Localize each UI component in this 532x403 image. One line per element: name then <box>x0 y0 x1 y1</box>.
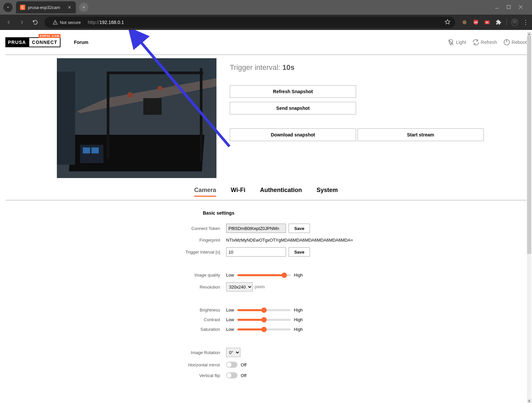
brightness-label: Brightness <box>123 307 226 312</box>
connect-token-save-button[interactable]: Save <box>289 224 310 233</box>
settings-panel: Basic settings Connect Token Save Finger… <box>123 210 409 378</box>
image-rotation-label: Image Rotation <box>123 350 226 355</box>
saturation-label: Saturation <box>123 327 226 332</box>
not-secure-badge[interactable]: Not secure <box>49 19 84 26</box>
svg-text:ID: ID <box>486 21 488 24</box>
refresh-snapshot-button[interactable]: Refresh Snapshot <box>230 85 356 98</box>
svg-point-18 <box>127 92 133 98</box>
trigger-interval-display: Trigger interval: 10s <box>230 63 527 72</box>
connect-token-label: Connect Token <box>123 226 226 231</box>
trigger-interval-save-button[interactable]: Save <box>289 247 310 257</box>
camera-snapshot <box>57 58 216 178</box>
window-controls <box>495 5 529 10</box>
logo[interactable]: ESP32_CAM PRUSA CONNECT <box>5 37 61 47</box>
extensions-puzzle-icon[interactable] <box>495 19 502 26</box>
extension-icon-3[interactable]: ID <box>484 19 490 26</box>
svg-rect-12 <box>83 147 90 153</box>
back-button[interactable] <box>3 17 14 28</box>
light-button[interactable]: Light <box>447 39 466 46</box>
svg-point-20 <box>175 83 179 87</box>
url-text: http://192.168.0.1 <box>88 20 124 25</box>
image-quality-slider[interactable] <box>237 274 291 276</box>
profile-avatar[interactable] <box>511 19 518 26</box>
browser-tab[interactable]: C prusa-esp32cam <box>16 1 76 13</box>
svg-rect-14 <box>107 72 109 158</box>
contrast-label: Contrast <box>123 317 226 322</box>
extension-icon-1[interactable] <box>461 19 468 26</box>
start-stream-button[interactable]: Start stream <box>357 128 484 141</box>
reboot-button[interactable]: Reboot <box>503 39 527 46</box>
tab-authentication[interactable]: Authentication <box>260 185 302 197</box>
vertical-flip-label: Vertical flip <box>123 373 226 378</box>
divider <box>5 55 527 55</box>
tab-close-icon[interactable] <box>67 5 72 10</box>
tab-wifi[interactable]: Wi-Fi <box>231 185 245 197</box>
logo-connect: CONNECT <box>29 37 61 47</box>
extension-icons: uO ID ⋮ <box>461 19 529 26</box>
scroll-down-icon[interactable]: ▼ <box>527 399 531 400</box>
divider <box>5 200 527 200</box>
image-rotation-select[interactable]: 0° <box>226 348 240 357</box>
fingerprint-label: Fingerprint <box>123 238 226 243</box>
trigger-interval-input[interactable] <box>226 247 286 257</box>
saturation-slider[interactable] <box>237 328 291 330</box>
vertical-flip-toggle[interactable] <box>226 372 237 378</box>
fingerprint-value: NTIxMzMyNDEwOTgxOTYgMDA6MDA6MDA6MDA6MDA6… <box>226 238 353 243</box>
refresh-icon <box>472 39 479 46</box>
address-bar[interactable]: Not secure http://192.168.0.1 <box>45 17 455 28</box>
power-icon <box>503 39 510 46</box>
svg-point-2 <box>463 20 466 24</box>
forum-link[interactable]: Forum <box>74 40 88 45</box>
tab-dropdown[interactable] <box>3 3 13 12</box>
svg-point-19 <box>158 86 162 91</box>
resolution-select[interactable]: 320x240 <box>226 282 253 292</box>
reload-button[interactable] <box>30 17 41 28</box>
not-secure-label: Not secure <box>60 20 81 25</box>
bookmark-icon[interactable] <box>445 19 451 26</box>
browser-chrome: C prusa-esp32cam <box>0 0 532 30</box>
refresh-button[interactable]: Refresh <box>472 39 497 46</box>
brightness-slider[interactable] <box>237 309 291 311</box>
settings-heading: Basic settings <box>123 210 409 216</box>
svg-rect-13 <box>91 147 99 153</box>
logo-badge: ESP32_CAM <box>39 34 61 38</box>
scroll-up-icon[interactable]: ▲ <box>527 32 531 36</box>
new-tab-button[interactable] <box>79 3 88 12</box>
trigger-interval-label: Trigger Interval [s] <box>123 250 226 255</box>
kebab-menu-icon[interactable]: ⋮ <box>523 19 529 26</box>
tab-camera[interactable]: Camera <box>194 185 216 197</box>
ublock-icon[interactable]: uO <box>472 19 479 26</box>
maximize-icon[interactable] <box>507 5 511 10</box>
logo-prusa: PRUSA <box>5 37 29 47</box>
close-window-icon[interactable] <box>519 5 523 10</box>
forward-button[interactable] <box>17 17 27 28</box>
svg-rect-0 <box>507 5 510 9</box>
page-header: ESP32_CAM PRUSA CONNECT Forum Light Refr… <box>5 33 527 51</box>
svg-rect-21 <box>57 72 75 165</box>
svg-rect-17 <box>143 98 162 115</box>
minimize-icon[interactable] <box>495 5 499 10</box>
contrast-slider[interactable] <box>237 319 291 321</box>
svg-rect-15 <box>200 68 202 161</box>
download-snapshot-button[interactable]: Download snapshot <box>230 128 356 141</box>
light-icon <box>447 39 455 46</box>
resolution-label: Resolution <box>123 285 226 290</box>
send-snapshot-button[interactable]: Send snapshot <box>230 102 356 114</box>
svg-text:uO: uO <box>474 21 478 24</box>
url-bar-row: Not secure http://192.168.0.1 uO ID <box>0 15 532 30</box>
tabs: Camera Wi-Fi Authentication System <box>5 185 527 197</box>
tab-strip: C prusa-esp32cam <box>0 0 532 15</box>
image-quality-label: Image quality <box>123 273 226 278</box>
svg-point-1 <box>55 23 55 24</box>
vertical-scrollbar[interactable]: ▲ ▼ <box>527 32 531 400</box>
snapshot-section: Trigger interval: 10s Refresh Snapshot S… <box>5 58 527 185</box>
favicon: C <box>20 5 25 10</box>
tab-system[interactable]: System <box>317 185 338 197</box>
horizontal-mirror-label: Horizontal mirror <box>123 362 226 367</box>
tab-title: prusa-esp32cam <box>28 5 67 10</box>
connect-token-input[interactable] <box>226 224 286 233</box>
horizontal-mirror-toggle[interactable] <box>226 362 237 368</box>
svg-rect-16 <box>107 72 203 74</box>
